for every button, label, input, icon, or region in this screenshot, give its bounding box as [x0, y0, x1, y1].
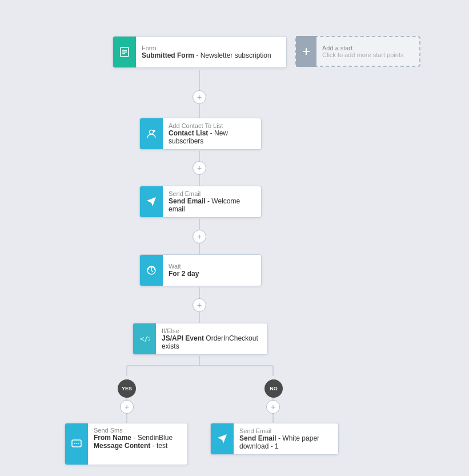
send-sms-line1: From Name - SendinBlue [94, 434, 182, 442]
send-sms-content: Send Sms From Name - SendinBlue Message … [88, 423, 187, 453]
if-else-subtitle: JS/API Event OrderInCheckout exists [162, 334, 262, 350]
if-else-content: If/Else JS/API Event OrderInCheckout exi… [156, 324, 267, 354]
add-start-title: Add a start [322, 45, 403, 51]
form-title: Form [142, 45, 280, 51]
add-contact-node[interactable]: Add Contact To List Contact List - New s… [139, 118, 262, 150]
send-sms-icon [65, 423, 88, 465]
svg-point-30 [76, 443, 77, 444]
plus-btn-3[interactable]: + [193, 230, 206, 243]
wait-title: Wait [169, 263, 255, 270]
form-subtitle: Submitted Form - Newsletter subscription [142, 51, 280, 59]
svg-point-29 [74, 443, 75, 444]
svg-text:</>: </> [140, 335, 150, 343]
send-email-2-content: Send Email Send Email - White paper down… [234, 424, 338, 454]
add-start-node[interactable]: Add a start Click to add more start poin… [295, 36, 420, 67]
yes-badge: YES [118, 379, 136, 398]
send-email-1-subtitle: Send Email - Welcome email [169, 197, 255, 213]
form-content: Form Submitted Form - Newsletter subscri… [136, 41, 286, 63]
send-email-1-icon [140, 186, 163, 217]
wait-node[interactable]: Wait For 2 day [139, 254, 262, 286]
plus-btn-yes[interactable]: + [120, 400, 134, 414]
add-contact-icon [140, 118, 163, 149]
send-email-2-icon [211, 423, 234, 454]
send-email-1-title: Send Email [169, 190, 255, 197]
add-start-subtitle: Click to add more start points [322, 51, 403, 58]
if-else-node[interactable]: </> If/Else JS/API Event OrderInCheckout… [133, 323, 268, 355]
send-email-1-content: Send Email Send Email - Welcome email [163, 187, 261, 217]
add-contact-subtitle: Contact List - New subscribers [169, 129, 255, 145]
send-sms-title: Send Sms [94, 427, 182, 434]
add-start-content: Add a start Click to add more start poin… [316, 41, 409, 62]
send-sms-line2: Message Content - test [94, 442, 182, 450]
plus-btn-2[interactable]: + [193, 161, 206, 175]
svg-marker-23 [147, 197, 156, 206]
wait-content: Wait For 2 day [163, 259, 261, 281]
svg-point-20 [150, 130, 154, 134]
send-email-1-node[interactable]: Send Email Send Email - Welcome email [139, 186, 262, 218]
add-start-icon [296, 36, 316, 67]
plus-btn-4[interactable]: + [193, 298, 206, 312]
workflow-canvas: Form Submitted Form - Newsletter subscri… [0, 0, 469, 476]
add-contact-title: Add Contact To List [169, 122, 255, 129]
add-contact-content: Add Contact To List Contact List - New s… [163, 119, 261, 149]
connector-lines [0, 0, 469, 476]
if-else-icon: </> [133, 323, 156, 354]
svg-marker-32 [218, 434, 227, 443]
wait-subtitle: For 2 day [169, 270, 255, 278]
svg-point-31 [78, 443, 79, 444]
send-sms-node[interactable]: Send Sms From Name - SendinBlue Message … [65, 423, 188, 465]
form-node[interactable]: Form Submitted Form - Newsletter subscri… [113, 36, 287, 68]
plus-btn-1[interactable]: + [193, 90, 206, 104]
send-email-2-title: Send Email [239, 427, 332, 434]
send-email-2-subtitle: Send Email - White paper download - 1 [239, 434, 332, 450]
wait-icon [140, 255, 163, 286]
send-email-2-node[interactable]: Send Email Send Email - White paper down… [210, 423, 339, 455]
no-badge: NO [264, 379, 283, 398]
plus-btn-no[interactable]: + [266, 400, 280, 414]
svg-line-26 [151, 270, 153, 272]
form-icon [113, 37, 136, 67]
if-else-title: If/Else [162, 327, 262, 334]
